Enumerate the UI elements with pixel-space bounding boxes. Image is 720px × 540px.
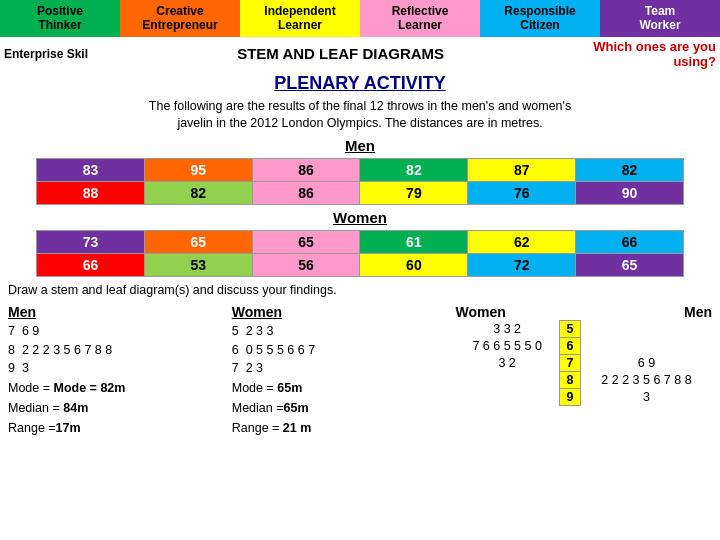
- men-r1-c1: 83: [37, 158, 145, 181]
- men-r1-c4: 82: [360, 158, 468, 181]
- combined-stem-3: 8: [559, 371, 580, 388]
- enterprise-label: Enterprise Skil: [4, 47, 88, 61]
- combined-men-0: [580, 320, 712, 337]
- women-section-title: Women: [0, 207, 720, 228]
- combined-title-row: Women Men: [456, 304, 713, 320]
- men-r2-c2: 82: [144, 181, 252, 204]
- women-r2-c6: 65: [576, 253, 684, 276]
- combined-diagram-col: Women Men 3 3 2 5 7 6 6 5 5 5 0 6 3 2 7 …: [456, 304, 713, 438]
- description: The following are the results of the fin…: [0, 96, 720, 135]
- combined-women-4: [456, 388, 560, 405]
- men-r1-c2: 95: [144, 158, 252, 181]
- draw-instruction-text: Draw a stem and leaf diagram(s) and disc…: [8, 283, 337, 297]
- women-r1-c1: 73: [37, 230, 145, 253]
- women-r2-c2: 53: [144, 253, 252, 276]
- top-tabs-bar: Positive Thinker Creative Entrepreneur I…: [0, 0, 720, 37]
- stem-leaf-title: STEM AND LEAF DIAGRAMS: [88, 45, 593, 62]
- plenary-title: PLENARY ACTIVITY: [0, 71, 720, 96]
- men-mode: Mode = Mode = 82m: [8, 378, 222, 398]
- women-solution-col: Women 5 2 3 3 6 0 5 5 5 6 6 7 7 2 3 Mode…: [232, 304, 446, 438]
- combined-men-3: 2 2 2 3 5 6 7 8 8: [580, 371, 712, 388]
- combined-women-0: 3 3 2: [456, 320, 560, 337]
- men-range: Range =17m: [8, 418, 222, 438]
- combined-women-1: 7 6 6 5 5 5 0: [456, 337, 560, 354]
- combined-row-2: 3 2 7 6 9: [456, 354, 713, 371]
- men-solution-col: Men 7 6 9 8 2 2 2 3 5 6 7 8 8 9 3 Mode =…: [8, 304, 222, 438]
- combined-women-3: [456, 371, 560, 388]
- combined-men-2: 6 9: [580, 354, 712, 371]
- men-r2-c6: 90: [576, 181, 684, 204]
- draw-instruction-row: Draw a stem and leaf diagram(s) and disc…: [0, 279, 720, 300]
- women-r2-c4: 60: [360, 253, 468, 276]
- combined-row-1: 7 6 6 5 5 5 0 6: [456, 337, 713, 354]
- tab-independent-learner[interactable]: Independent Learner: [240, 0, 360, 37]
- combined-stem-0: 5: [559, 320, 580, 337]
- women-r2-c5: 72: [468, 253, 576, 276]
- men-r2-c4: 79: [360, 181, 468, 204]
- men-r1-c5: 87: [468, 158, 576, 181]
- men-row-1: 83 95 86 82 87 82: [37, 158, 684, 181]
- which-ones-text: Which ones are you using?: [593, 39, 716, 69]
- tab-team-worker[interactable]: Team Worker: [600, 0, 720, 37]
- combined-men-1: [580, 337, 712, 354]
- combined-stem-4: 9: [559, 388, 580, 405]
- tab-creative-entrepreneur[interactable]: Creative Entrepreneur: [120, 0, 240, 37]
- men-r1-c6: 82: [576, 158, 684, 181]
- tab-reflective-learner[interactable]: Reflective Learner: [360, 0, 480, 37]
- combined-row-4: 9 3: [456, 388, 713, 405]
- women-row-2: 66 53 56 60 72 65: [37, 253, 684, 276]
- combined-row-3: 8 2 2 2 3 5 6 7 8 8: [456, 371, 713, 388]
- women-data-table: 73 65 65 61 62 66 66 53 56 60 72 65: [36, 230, 684, 277]
- men-solution-data: 7 6 9 8 2 2 2 3 5 6 7 8 8 9 3: [8, 322, 222, 378]
- women-solution-data: 5 2 3 3 6 0 5 5 5 6 6 7 7 2 3: [232, 322, 446, 378]
- men-section-title: Men: [0, 135, 720, 156]
- women-range: Range = 21 m: [232, 418, 446, 438]
- women-row-1: 73 65 65 61 62 66: [37, 230, 684, 253]
- combined-table: 3 3 2 5 7 6 6 5 5 5 0 6 3 2 7 6 9 8 2 2 …: [456, 320, 713, 406]
- bottom-section: Men 7 6 9 8 2 2 2 3 5 6 7 8 8 9 3 Mode =…: [0, 300, 720, 442]
- tab-responsible-citizen[interactable]: Responsible Citizen: [480, 0, 600, 37]
- men-median: Median = 84m: [8, 398, 222, 418]
- combined-women-2: 3 2: [456, 354, 560, 371]
- women-r1-c6: 66: [576, 230, 684, 253]
- women-r1-c2: 65: [144, 230, 252, 253]
- men-r2-c5: 76: [468, 181, 576, 204]
- combined-stem-2: 7: [559, 354, 580, 371]
- men-r2-c3: 86: [252, 181, 360, 204]
- women-r1-c4: 61: [360, 230, 468, 253]
- men-row-2: 88 82 86 79 76 90: [37, 181, 684, 204]
- combined-men-4: 3: [580, 388, 712, 405]
- combined-stem-1: 6: [559, 337, 580, 354]
- men-r1-c3: 86: [252, 158, 360, 181]
- combined-row-0: 3 3 2 5: [456, 320, 713, 337]
- women-r2-c1: 66: [37, 253, 145, 276]
- men-r2-c1: 88: [37, 181, 145, 204]
- women-median: Median =65m: [232, 398, 446, 418]
- women-mode: Mode = 65m: [232, 378, 446, 398]
- tab-positive-thinker[interactable]: Positive Thinker: [0, 0, 120, 37]
- men-data-table: 83 95 86 82 87 82 88 82 86 79 76 90: [36, 158, 684, 205]
- combined-women-title: Women: [456, 304, 506, 320]
- women-solution-title: Women: [232, 304, 446, 320]
- women-r1-c3: 65: [252, 230, 360, 253]
- second-row: Enterprise Skil STEM AND LEAF DIAGRAMS W…: [0, 37, 720, 71]
- women-r2-c3: 56: [252, 253, 360, 276]
- combined-men-title: Men: [684, 304, 712, 320]
- women-r1-c5: 62: [468, 230, 576, 253]
- men-solution-title: Men: [8, 304, 222, 320]
